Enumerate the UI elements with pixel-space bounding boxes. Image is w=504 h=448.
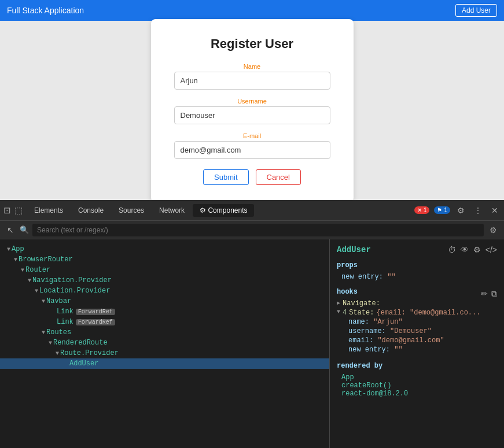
tree-item-app[interactable]: ▼ App — [0, 244, 329, 254]
name-group: Name — [174, 63, 330, 90]
email-group: E-mail — [174, 132, 330, 159]
rendered-by-createroot: createRoot() — [337, 382, 497, 390]
cursor-select-icon[interactable]: ↖ — [5, 224, 16, 236]
devtools-toolbar: ↖ 🔍 ⚙ — [0, 221, 504, 239]
state-email: email: "demo@gmail.com" — [337, 336, 497, 345]
username-label: Username — [174, 98, 330, 105]
tree-item-adduser[interactable]: ▼ AddUser — [0, 358, 329, 369]
tree-item-router[interactable]: ▼ Router — [0, 265, 329, 275]
cancel-button[interactable]: Cancel — [256, 169, 301, 185]
devtools-panel: ⊡ ⬚ Elements Console Sources Network ⚙ C… — [0, 200, 504, 448]
error-badge: ✕ 1 — [414, 206, 430, 214]
arrow-icon: ▼ — [49, 340, 52, 346]
tree-item-route-provider[interactable]: ▼ Route.Provider — [0, 348, 329, 358]
state-username: username: "Demouser" — [337, 327, 497, 335]
top-bar: Full Stack Application Add User — [0, 0, 504, 21]
devtools-tab-actions: ✕ 1 ⚑ 1 ⚙ ⋮ ✕ — [414, 205, 501, 216]
email-input[interactable] — [174, 141, 330, 159]
tree-item-routes[interactable]: ▼ Routes — [0, 327, 329, 338]
state-new-entry: new entry: "" — [337, 346, 497, 354]
register-card: Register User Name Username E-mail Submi… — [151, 19, 354, 202]
hooks-section-label: hooks — [337, 288, 358, 296]
tab-components[interactable]: ⚙ Components — [193, 204, 254, 217]
hooks-section: hooks ✏ ⧉ ▶ Navigate: ▼ 4 State: {email:… — [337, 288, 497, 354]
rendered-by-section: rendered by App createRoot() react-dom@1… — [337, 362, 497, 398]
tree-item-browserrouter[interactable]: ▼ BrowserRouter — [0, 254, 329, 265]
add-user-button[interactable]: Add User — [455, 4, 497, 17]
props-panel: AddUser ⏱ 👁 ⚙ </> props new entry: "" ho… — [330, 239, 504, 448]
name-label: Name — [174, 63, 330, 70]
tree-label: Navbar — [46, 297, 71, 305]
arrow-icon: ▼ — [35, 288, 38, 294]
tree-label: AddUser — [69, 360, 98, 368]
search-icon: 🔍 — [20, 225, 29, 234]
more-options-icon[interactable]: ⋮ — [472, 205, 484, 216]
tree-label: Route.Provider — [60, 349, 119, 357]
rendered-by-app: App — [337, 373, 497, 382]
props-section-label: props — [337, 261, 497, 269]
tree-label: Routes — [46, 328, 71, 336]
tree-label: Navigation.Provider — [32, 276, 112, 284]
element-selector-icon[interactable]: ⊡ — [3, 205, 11, 216]
warning-flag-icon: ⚑ — [437, 207, 442, 213]
arrow-icon: ▼ — [21, 267, 24, 273]
stopwatch-icon[interactable]: ⏱ — [448, 245, 456, 254]
search-settings-icon[interactable]: ⚙ — [487, 224, 499, 236]
rendered-by-reactdom: react-dom@18.2.0 — [337, 390, 497, 398]
tree-label: App — [12, 245, 24, 253]
prop-new-entry: new entry: "" — [337, 273, 497, 281]
hook-collapse-icon: ▶ — [337, 299, 340, 306]
selected-component-name: AddUser — [337, 245, 371, 254]
devtools-body: ▼ App ▼ BrowserRouter ▼ Router ▼ Navigat… — [0, 239, 504, 448]
form-buttons: Submit Cancel — [174, 169, 330, 185]
hook-expand-icon: ▼ — [337, 309, 340, 315]
selector-tools: ⊡ ⬚ — [3, 205, 23, 216]
tab-console[interactable]: Console — [71, 204, 111, 217]
tree-item-location-provider[interactable]: ▼ Location.Provider — [0, 286, 329, 296]
error-x-icon: ✕ — [417, 207, 422, 213]
component-header: AddUser ⏱ 👁 ⚙ </> — [337, 245, 497, 254]
tab-elements[interactable]: Elements — [27, 204, 70, 217]
username-group: Username — [174, 98, 330, 124]
copy-hook-icon[interactable]: ⧉ — [491, 289, 497, 299]
tree-label: Link — [57, 308, 73, 316]
name-input[interactable] — [174, 72, 330, 90]
tab-sources[interactable]: Sources — [112, 204, 151, 217]
tree-item-link-2[interactable]: ▼ Link ForwardRef — [0, 317, 329, 327]
cog-icon[interactable]: ⚙ — [473, 245, 481, 254]
rendered-by-label: rendered by — [337, 362, 497, 370]
hooks-toolbar: ✏ ⧉ — [481, 289, 497, 299]
warning-badge: ⚑ 1 — [434, 206, 450, 214]
arrow-icon: ▼ — [14, 257, 17, 263]
tree-item-renderedroute[interactable]: ▼ RenderedRoute — [0, 338, 329, 348]
app-title: Full Stack Application — [7, 6, 84, 15]
close-icon[interactable]: ✕ — [489, 205, 501, 216]
state-name: name: "Arjun" — [337, 318, 497, 326]
tab-network[interactable]: Network — [152, 204, 192, 217]
responsive-icon[interactable]: ⬚ — [14, 205, 23, 216]
tree-label: Router — [25, 266, 50, 274]
register-title: Register User — [174, 36, 330, 51]
arrow-icon: ▼ — [56, 350, 59, 357]
eye-icon[interactable]: 👁 — [461, 245, 469, 254]
tree-label: BrowserRouter — [19, 256, 73, 264]
arrow-icon: ▼ — [28, 277, 31, 284]
tree-item-link-1[interactable]: ▼ Link ForwardRef — [0, 306, 329, 317]
component-tree: ▼ App ▼ BrowserRouter ▼ Router ▼ Navigat… — [0, 239, 330, 448]
arrow-icon: ▼ — [42, 298, 45, 305]
panel-icons: ⏱ 👁 ⚙ </> — [448, 245, 497, 254]
username-input[interactable] — [174, 106, 330, 124]
hook-navigate: ▶ Navigate: — [337, 299, 497, 308]
code-icon[interactable]: </> — [485, 245, 497, 254]
edit-hook-icon[interactable]: ✏ — [481, 289, 488, 299]
tree-label: RenderedRoute — [53, 339, 108, 347]
tree-item-navigation-provider[interactable]: ▼ Navigation.Provider — [0, 275, 329, 286]
settings-icon[interactable]: ⚙ — [455, 205, 467, 216]
component-search-input[interactable] — [32, 224, 484, 236]
submit-button[interactable]: Submit — [203, 169, 248, 185]
devtools-tabs-bar: ⊡ ⬚ Elements Console Sources Network ⚙ C… — [0, 200, 504, 221]
main-content: Register User Name Username E-mail Submi… — [0, 21, 504, 200]
email-label: E-mail — [174, 132, 330, 139]
arrow-icon: ▼ — [42, 329, 45, 336]
tree-item-navbar[interactable]: ▼ Navbar — [0, 296, 329, 306]
